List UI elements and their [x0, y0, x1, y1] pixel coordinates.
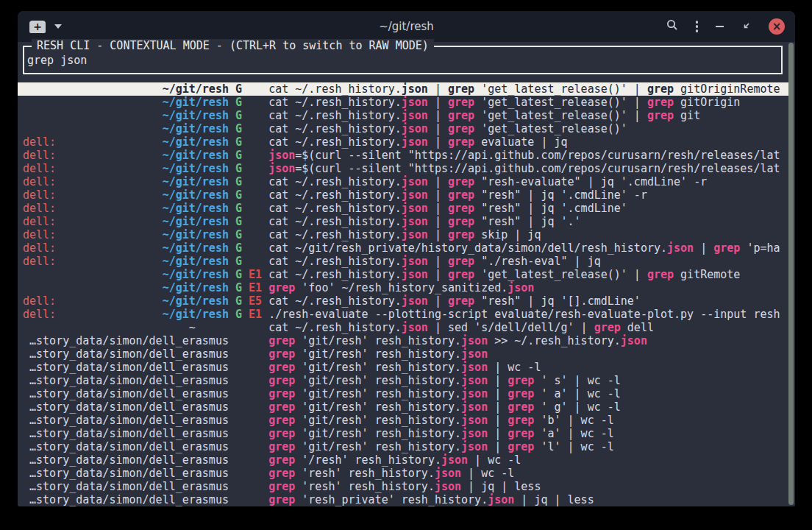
search-icon[interactable]	[666, 19, 678, 34]
command-text: cat ~/git/resh_private/history_data/simo…	[268, 241, 780, 255]
git-flag: G	[235, 188, 242, 202]
history-row[interactable]: …story_data/simon/dell_erasmus grep 'git…	[18, 427, 788, 440]
path-label: ~/git/resh	[163, 294, 229, 308]
path-label: ~/git/resh	[163, 96, 229, 109]
close-icon[interactable]: ×	[769, 18, 785, 35]
path-label: …story_data/simon/dell_erasmus	[29, 453, 229, 467]
history-row[interactable]: ~/git/resh G E1 cat ~/.resh_history.json…	[18, 268, 788, 281]
history-row[interactable]: dell: ~/git/resh G cat ~/git/resh_privat…	[18, 241, 788, 255]
git-flag: G	[235, 202, 242, 215]
command-text: grep 'git/resh' resh_history.json | grep…	[268, 440, 614, 453]
path-label: ~/git/resh	[163, 228, 229, 241]
git-flag: G	[235, 175, 242, 188]
command-text: grep 'resh' resh_history.json | wc -l	[268, 467, 514, 480]
git-flag: G	[235, 109, 242, 122]
host-label: dell:	[23, 135, 56, 149]
exit-status-flag: E1	[249, 268, 262, 281]
command-text: cat ~/.resh_history.json | grep 'get_lat…	[268, 96, 740, 109]
history-row[interactable]: …story_data/simon/dell_erasmus grep 'res…	[18, 480, 788, 493]
git-flag: G	[235, 96, 242, 109]
command-text: grep 'git/resh' resh_history.json | wc -…	[268, 361, 541, 374]
history-row[interactable]: …story_data/simon/dell_erasmus grep 'git…	[18, 387, 788, 400]
command-text: ./resh-evaluate --plotting-script evalua…	[268, 308, 780, 321]
path-label: ~/git/resh	[163, 162, 229, 175]
path-label: ~/git/resh	[163, 268, 229, 281]
command-text: grep 'git/resh' resh_history.json | grep…	[268, 400, 621, 414]
command-text: cat ~/.resh_history.json | grep "./resh-…	[268, 255, 601, 268]
history-row[interactable]: dell: ~/git/resh G cat ~/.resh_history.j…	[18, 135, 788, 149]
command-text: json=$(curl --silent "https://api.github…	[268, 162, 780, 175]
path-label: ~/git/resh	[163, 202, 229, 215]
path-label: …story_data/simon/dell_erasmus	[29, 400, 229, 414]
history-row[interactable]: …story_data/simon/dell_erasmus grep 'git…	[18, 334, 788, 347]
history-row[interactable]: …story_data/simon/dell_erasmus grep 'git…	[18, 361, 788, 374]
history-row[interactable]: dell: ~/git/resh G cat ~/.resh_history.j…	[18, 202, 788, 215]
history-row[interactable]: dell: ~/git/resh G cat ~/.resh_history.j…	[18, 188, 788, 202]
git-flag: G	[235, 268, 242, 281]
history-row[interactable]: …story_data/simon/dell_erasmus grep 'res…	[18, 467, 788, 480]
path-label: …story_data/simon/dell_erasmus	[29, 414, 229, 427]
history-row[interactable]: dell: ~/git/resh G cat ~/.resh_history.j…	[18, 228, 788, 241]
history-row[interactable]: dell: ~/git/resh G cat ~/.resh_history.j…	[18, 255, 788, 268]
history-row[interactable]: …story_data/simon/dell_erasmus grep 'git…	[18, 400, 788, 414]
host-label: dell:	[23, 202, 56, 215]
git-flag: G	[235, 255, 242, 268]
history-row[interactable]: ~/git/resh G E1 grep 'foo' ~/resh_histor…	[18, 281, 788, 294]
host-label: dell:	[23, 255, 56, 268]
new-tab-dropdown-icon[interactable]	[54, 24, 62, 29]
history-row[interactable]: dell: ~/git/resh G E5 cat ~/.resh_histor…	[18, 294, 788, 308]
resh-search-box: RESH CLI - CONTEXTUAL MODE - (CTRL+R to …	[23, 46, 783, 74]
path-label: ~/git/resh	[163, 149, 229, 162]
path-label: ~/git/resh	[163, 188, 229, 202]
command-text: cat ~/.resh_history.json | sed 's/dell/d…	[268, 321, 654, 334]
exit-status-flag: E1	[249, 281, 262, 294]
command-text: cat ~/.resh_history.json | grep evaluate…	[268, 135, 567, 149]
scrollbar[interactable]	[788, 43, 794, 505]
history-row[interactable]: ~/git/resh G cat ~/.resh_history.json | …	[18, 122, 788, 135]
path-label: …story_data/simon/dell_erasmus	[29, 347, 229, 361]
host-label: dell:	[23, 188, 56, 202]
git-flag: G	[235, 308, 242, 321]
path-label: …story_data/simon/dell_erasmus	[29, 493, 229, 506]
menu-icon[interactable]	[696, 21, 699, 32]
git-flag: G	[235, 122, 242, 135]
history-row[interactable]: dell: ~/git/resh G E1 ./resh-evaluate --…	[18, 308, 788, 321]
history-row[interactable]: dell: ~/git/resh G json=$(curl --silent …	[18, 149, 788, 162]
history-row[interactable]: ~/git/resh G cat ~/.resh_history.json | …	[18, 96, 788, 109]
resh-query-input[interactable]: grep json	[27, 54, 87, 67]
path-label: ~/git/resh	[163, 308, 229, 321]
minimize-icon[interactable]	[716, 26, 724, 27]
history-row[interactable]: …story_data/simon/dell_erasmus grep 'git…	[18, 347, 788, 361]
history-row[interactable]: ~/git/resh G cat ~/.resh_history.json | …	[18, 109, 788, 122]
path-label: ~/git/resh	[163, 281, 229, 294]
history-row[interactable]: dell: ~/git/resh G cat ~/.resh_history.j…	[18, 215, 788, 228]
path-label: ~/git/resh	[163, 241, 229, 255]
resh-mode-header: RESH CLI - CONTEXTUAL MODE - (CTRL+R to …	[32, 39, 434, 52]
history-row[interactable]: …story_data/simon/dell_erasmus grep 'git…	[18, 414, 788, 427]
command-text: grep 'resh' resh_history.json | jq | les…	[268, 480, 541, 493]
host-label: dell:	[23, 175, 56, 188]
path-label: ~/git/resh	[163, 255, 229, 268]
path-label: ~/git/resh	[163, 175, 229, 188]
titlebar[interactable]: + ~/git/resh ×	[18, 11, 795, 42]
git-flag: G	[235, 162, 242, 175]
path-label: …story_data/simon/dell_erasmus	[29, 480, 229, 493]
history-row[interactable]: ~/git/resh G cat ~/.resh_history.json | …	[18, 82, 788, 96]
new-tab-button[interactable]: +	[29, 21, 46, 33]
history-row[interactable]: …story_data/simon/dell_erasmus grep '/re…	[18, 453, 788, 467]
restore-icon[interactable]	[741, 20, 751, 34]
history-row[interactable]: dell: ~/git/resh G cat ~/.resh_history.j…	[18, 175, 788, 188]
host-label: dell:	[23, 162, 56, 175]
host-label: dell:	[23, 241, 56, 255]
host-label: dell:	[23, 149, 56, 162]
history-row[interactable]: …story_data/simon/dell_erasmus grep 'res…	[18, 493, 788, 506]
host-label: dell:	[23, 308, 56, 321]
command-text: cat ~/.resh_history.json | grep 'get_lat…	[268, 122, 627, 135]
command-text: grep 'git/resh' resh_history.json	[268, 347, 488, 361]
history-row[interactable]: …story_data/simon/dell_erasmus grep 'git…	[18, 374, 788, 387]
history-row[interactable]: ~ cat ~/.resh_history.json | sed 's/dell…	[18, 321, 788, 334]
command-text: cat ~/.resh_history.json | grep 'get_lat…	[268, 109, 700, 122]
history-row[interactable]: dell: ~/git/resh G json=$(curl --silent …	[18, 162, 788, 175]
host-label: dell:	[23, 294, 56, 308]
history-row[interactable]: …story_data/simon/dell_erasmus grep 'git…	[18, 440, 788, 453]
